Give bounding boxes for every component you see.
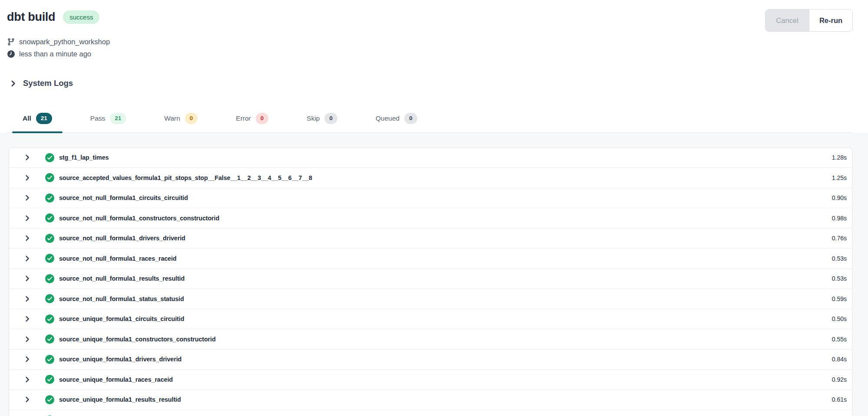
success-check-icon [45,234,54,243]
result-row[interactable]: source_not_null_formula1_circuits_circui… [9,188,852,209]
result-row[interactable]: source_not_null_formula1_constructors_co… [9,208,852,229]
tab-warn[interactable]: Warn 0 [154,113,208,132]
chevron-right-icon[interactable] [24,275,31,282]
success-check-icon [45,213,54,223]
resource-name: source_unique_formula1_results_resultid [59,396,832,403]
chevron-right-icon[interactable] [24,336,31,343]
count-badge: 0 [324,113,337,124]
branch-row: snowpark_python_workshop [7,36,852,48]
result-row[interactable]: source_unique_formula1_constructors_cons… [9,329,852,350]
duration: 0.59s [832,295,847,302]
tab-error[interactable]: Error 0 [225,113,279,132]
tab-label: Skip [307,114,320,123]
duration: 0.61s [832,396,847,403]
result-row[interactable]: stg_f1_lap_times 1.28s [9,148,852,168]
resource-name: source_not_null_formula1_results_resulti… [59,275,832,282]
run-action-buttons: Cancel Re-run [766,10,852,31]
chevron-right-icon[interactable] [24,235,31,242]
result-row[interactable]: source_not_null_formula1_results_resulti… [9,269,852,289]
chevron-right-icon[interactable] [24,255,31,262]
git-branch-icon [7,38,15,46]
chevron-right-icon[interactable] [24,315,31,322]
chevron-right-icon[interactable] [24,396,31,403]
resource-name: source_not_null_formula1_circuits_circui… [59,194,832,201]
duration: 0.84s [832,356,847,363]
success-check-icon [45,314,54,324]
success-check-icon [45,375,54,384]
header-bar: dbt build success Cancel Re-run [7,9,852,31]
results-list: stg_f1_lap_times 1.28s source_accepted_v… [9,147,852,416]
count-badge: 21 [110,113,126,124]
result-row[interactable]: source_unique_formula1_drivers_driverid … [9,350,852,370]
chevron-right-icon[interactable] [24,376,31,383]
tab-label: Pass [90,114,105,123]
dbt-run-detail-page: dbt build success Cancel Re-run snowpark… [0,0,868,416]
success-check-icon [45,153,54,162]
duration: 1.28s [832,154,847,161]
tab-pass[interactable]: Pass 21 [80,113,137,132]
tab-skip[interactable]: Skip 0 [296,113,348,132]
success-check-icon [45,294,54,303]
tab-label: Queued [376,114,399,123]
branch-name: snowpark_python_workshop [19,38,110,46]
status-filter-tabs: All 21 Pass 21 Warn 0 Error 0 Skip 0 Que… [7,113,852,133]
run-time-ago: less than a minute ago [19,50,91,58]
success-check-icon [45,355,54,364]
result-row[interactable]: source_unique_formula1_results_resultid … [9,390,852,410]
chevron-right-icon[interactable] [24,174,31,181]
clock-icon [7,50,15,58]
result-row[interactable]: source_not_null_formula1_drivers_driveri… [9,229,852,249]
count-badge: 0 [404,113,417,124]
chevron-right-icon[interactable] [24,194,31,201]
tab-queued[interactable]: Queued 0 [365,113,428,132]
time-row: less than a minute ago [7,48,852,60]
success-check-icon [45,254,54,263]
chevron-right-icon [10,80,17,87]
chevron-right-icon[interactable] [24,215,31,222]
status-badge: success [63,10,99,24]
count-badge: 21 [36,113,52,124]
chevron-right-icon[interactable] [24,356,31,363]
resource-name: source_unique_formula1_races_raceid [59,376,832,383]
result-row[interactable]: source_unique_formula1_races_raceid 0.92… [9,370,852,390]
duration: 0.92s [832,376,847,383]
resource-name: stg_f1_lap_times [59,154,832,161]
duration: 1.25s [832,174,847,181]
cancel-button[interactable]: Cancel [766,10,809,31]
duration: 0.53s [832,275,847,282]
resource-name: source_unique_formula1_circuits_circuiti… [59,315,832,322]
results-section: stg_f1_lap_times 1.28s source_accepted_v… [0,133,868,416]
title-row: dbt build success [7,9,99,25]
page-title: dbt build [7,9,55,25]
duration: 0.53s [832,255,847,262]
system-logs-toggle[interactable]: System Logs [10,78,73,88]
tab-label: Error [236,114,251,123]
resource-name: source_accepted_values_formula1_pit_stop… [59,174,832,181]
duration: 0.98s [832,215,847,222]
success-check-icon [45,193,54,203]
success-check-icon [45,334,54,344]
tab-all[interactable]: All 21 [12,113,63,132]
header-section: dbt build success Cancel Re-run snowpark… [0,0,868,133]
tab-label: Warn [164,114,180,123]
result-row[interactable]: source_not_null_formula1_races_raceid 0.… [9,249,852,269]
tab-label: All [23,114,31,123]
chevron-right-icon[interactable] [24,295,31,302]
count-badge: 0 [256,113,269,124]
resource-name: source_unique_formula1_drivers_driverid [59,356,832,363]
duration: 0.50s [832,315,847,322]
count-badge: 0 [185,113,198,124]
result-row[interactable]: source_accepted_values_formula1_pit_stop… [9,168,852,188]
resource-name: source_not_null_formula1_constructors_co… [59,215,832,222]
resource-name: source_not_null_formula1_status_statusid [59,295,832,302]
resource-name: source_unique_formula1_constructors_cons… [59,336,832,343]
result-row[interactable]: source_unique_formula1_circuits_circuiti… [9,309,852,330]
result-row[interactable]: source_unique_formula1_status_statusid 0… [9,410,852,416]
success-check-icon [45,395,54,404]
duration: 0.55s [832,336,847,343]
rerun-button[interactable]: Re-run [809,10,852,31]
success-check-icon [45,274,54,283]
system-logs-label: System Logs [23,79,73,88]
result-row[interactable]: source_not_null_formula1_status_statusid… [9,289,852,309]
chevron-right-icon[interactable] [24,154,31,161]
